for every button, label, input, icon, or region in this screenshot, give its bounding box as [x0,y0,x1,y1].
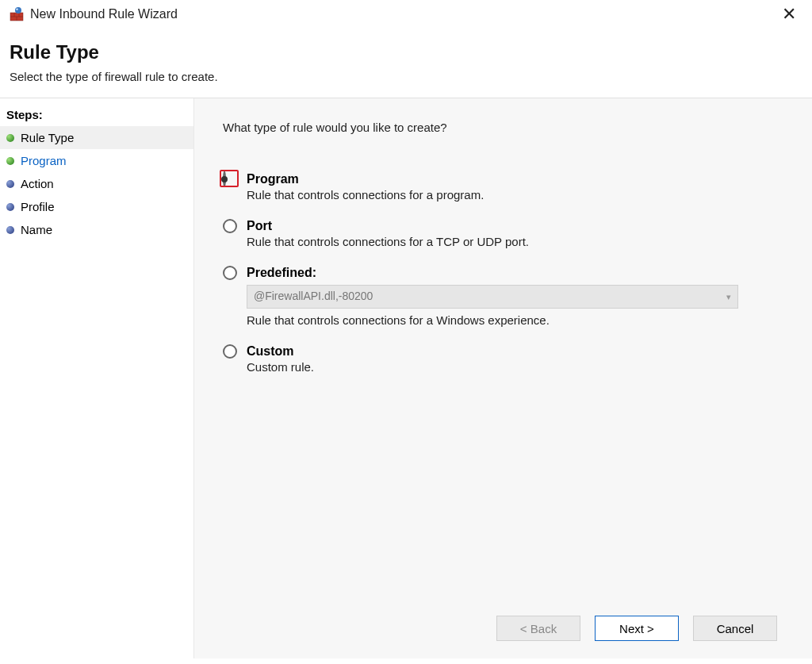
svg-point-6 [15,7,21,13]
radio-predefined[interactable] [223,266,237,280]
steps-heading: Steps: [0,105,193,126]
cancel-button[interactable]: Cancel [693,616,777,641]
firewall-icon [10,7,24,21]
page-subtitle: Select the type of firewall rule to crea… [10,70,802,83]
radio-custom[interactable] [223,344,237,359]
option-title: Predefined: [247,266,316,280]
next-button[interactable]: Next > [595,616,679,641]
option-desc: Rule that controls connections for a Win… [247,313,783,327]
option-title: Program [247,172,299,186]
step-bullet-icon [6,226,14,234]
step-rule-type[interactable]: Rule Type [0,126,193,149]
step-label: Action [21,177,54,190]
predefined-select-value: @FirewallAPI.dll,-80200 [254,290,373,302]
titlebar: New Inbound Rule Wizard ✕ [0,0,812,32]
option-custom: Custom Custom rule. [223,344,783,374]
option-port: Port Rule that controls connections for … [223,219,783,248]
step-label: Program [21,154,67,167]
svg-point-7 [16,9,17,10]
step-name[interactable]: Name [0,218,193,241]
back-button: < Back [496,616,580,641]
window-title: New Inbound Rule Wizard [30,7,776,21]
step-bullet-icon [6,180,14,188]
step-label: Rule Type [21,131,74,144]
step-program[interactable]: Program [0,149,193,172]
radio-program[interactable] [223,171,226,187]
step-action[interactable]: Action [0,172,193,195]
option-desc: Custom rule. [247,360,783,374]
radio-port[interactable] [223,219,237,233]
main-panel: What type of rule would you like to crea… [194,98,812,658]
close-button[interactable]: ✕ [776,6,802,23]
option-program: Program Rule that controls connections f… [223,172,783,202]
wizard-footer: < Back Next > Cancel [223,616,783,658]
option-desc: Rule that controls connections for a TCP… [247,235,783,248]
wizard-header: Rule Type Select the type of firewall ru… [0,32,812,98]
step-label: Profile [21,200,55,213]
page-title: Rule Type [10,41,802,63]
predefined-select: @FirewallAPI.dll,-80200 ▾ [247,285,738,309]
chevron-down-icon: ▾ [726,292,731,302]
option-desc: Rule that controls connections for a pro… [247,188,783,202]
wizard-body: Steps: Rule Type Program Action Profile … [0,98,812,658]
step-label: Name [21,223,52,236]
option-title: Custom [247,344,294,359]
step-profile[interactable]: Profile [0,195,193,218]
option-title: Port [247,219,272,233]
steps-sidebar: Steps: Rule Type Program Action Profile … [0,98,194,658]
step-bullet-icon [6,157,14,165]
step-bullet-icon [6,134,14,142]
question-text: What type of rule would you like to crea… [223,121,783,134]
option-predefined: Predefined: @FirewallAPI.dll,-80200 ▾ Ru… [223,266,783,327]
step-bullet-icon [6,203,14,211]
